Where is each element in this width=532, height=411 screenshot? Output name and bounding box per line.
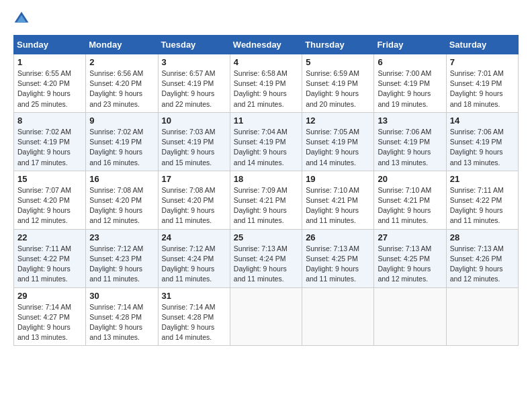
day-number: 21 [450,174,515,184]
day-cell-11: 11Sunrise: 7:04 AMSunset: 4:19 PMDayligh… [230,112,302,171]
day-info: Sunrise: 7:10 AMSunset: 4:21 PMDaylight:… [378,185,442,226]
day-info: Sunrise: 7:13 AMSunset: 4:26 PMDaylight:… [450,244,515,285]
day-info: Sunrise: 7:11 AMSunset: 4:22 PMDaylight:… [450,185,515,226]
day-number: 22 [17,232,82,242]
day-header-thursday: Thursday [302,36,374,54]
day-cell-4: 4Sunrise: 6:58 AMSunset: 4:19 PMDaylight… [230,54,302,113]
day-info: Sunrise: 7:07 AMSunset: 4:20 PMDaylight:… [17,185,82,226]
day-info: Sunrise: 6:56 AMSunset: 4:20 PMDaylight:… [89,68,154,109]
day-cell-1: 1Sunrise: 6:55 AMSunset: 4:20 PMDaylight… [14,54,86,113]
day-cell-9: 9Sunrise: 7:02 AMSunset: 4:19 PMDaylight… [86,112,158,171]
day-number: 28 [450,232,515,242]
day-info: Sunrise: 7:09 AMSunset: 4:21 PMDaylight:… [234,185,298,226]
day-header-friday: Friday [374,36,446,54]
day-number: 5 [306,57,370,67]
day-info: Sunrise: 7:12 AMSunset: 4:24 PMDaylight:… [162,244,226,285]
day-info: Sunrise: 7:00 AMSunset: 4:19 PMDaylight:… [378,68,442,109]
day-number: 31 [162,291,226,301]
day-cell-8: 8Sunrise: 7:02 AMSunset: 4:19 PMDaylight… [14,112,86,171]
day-number: 15 [17,174,82,184]
day-cell-21: 21Sunrise: 7:11 AMSunset: 4:22 PMDayligh… [446,171,518,229]
day-cell-16: 16Sunrise: 7:08 AMSunset: 4:20 PMDayligh… [86,171,158,229]
day-cell-12: 12Sunrise: 7:05 AMSunset: 4:19 PMDayligh… [302,112,374,171]
day-info: Sunrise: 7:08 AMSunset: 4:20 PMDaylight:… [162,185,226,226]
day-header-sunday: Sunday [14,36,86,54]
day-number: 11 [234,116,298,126]
day-number: 1 [17,57,82,67]
day-number: 10 [162,116,226,126]
day-info: Sunrise: 7:14 AMSunset: 4:28 PMDaylight:… [162,302,226,343]
day-number: 4 [234,57,298,67]
day-info: Sunrise: 7:13 AMSunset: 4:25 PMDaylight:… [306,244,370,285]
day-cell-5: 5Sunrise: 6:59 AMSunset: 4:19 PMDaylight… [302,54,374,113]
day-cell-27: 27Sunrise: 7:13 AMSunset: 4:25 PMDayligh… [374,229,446,287]
day-cell-30: 30Sunrise: 7:14 AMSunset: 4:28 PMDayligh… [86,287,158,346]
day-cell-26: 26Sunrise: 7:13 AMSunset: 4:25 PMDayligh… [302,229,374,287]
day-info: Sunrise: 7:06 AMSunset: 4:19 PMDaylight:… [378,127,442,168]
day-cell-20: 20Sunrise: 7:10 AMSunset: 4:21 PMDayligh… [374,171,446,229]
day-cell-14: 14Sunrise: 7:06 AMSunset: 4:19 PMDayligh… [446,112,518,171]
day-number: 2 [89,57,154,67]
day-number: 25 [234,232,298,242]
empty-cell [302,287,374,346]
day-number: 24 [162,232,226,242]
day-cell-24: 24Sunrise: 7:12 AMSunset: 4:24 PMDayligh… [158,229,230,287]
day-info: Sunrise: 6:58 AMSunset: 4:19 PMDaylight:… [234,68,298,109]
day-number: 13 [378,116,442,126]
day-info: Sunrise: 7:02 AMSunset: 4:19 PMDaylight:… [17,127,82,168]
day-cell-29: 29Sunrise: 7:14 AMSunset: 4:27 PMDayligh… [14,287,86,346]
calendar-table: SundayMondayTuesdayWednesdayThursdayFrid… [13,35,519,346]
logo [13,11,32,27]
week-row: 1Sunrise: 6:55 AMSunset: 4:20 PMDaylight… [14,54,519,113]
day-info: Sunrise: 7:13 AMSunset: 4:24 PMDaylight:… [234,244,298,285]
day-number: 3 [162,57,226,67]
logo-icon [13,11,30,27]
day-number: 6 [378,57,442,67]
day-cell-6: 6Sunrise: 7:00 AMSunset: 4:19 PMDaylight… [374,54,446,113]
day-info: Sunrise: 7:06 AMSunset: 4:19 PMDaylight:… [450,127,515,168]
day-info: Sunrise: 7:01 AMSunset: 4:19 PMDaylight:… [450,68,515,109]
day-number: 12 [306,116,370,126]
empty-cell [446,287,518,346]
day-info: Sunrise: 7:14 AMSunset: 4:27 PMDaylight:… [17,302,82,343]
day-info: Sunrise: 7:08 AMSunset: 4:20 PMDaylight:… [89,185,154,226]
week-row: 8Sunrise: 7:02 AMSunset: 4:19 PMDaylight… [14,112,519,171]
day-info: Sunrise: 7:05 AMSunset: 4:19 PMDaylight:… [306,127,370,168]
day-cell-22: 22Sunrise: 7:11 AMSunset: 4:22 PMDayligh… [14,229,86,287]
day-info: Sunrise: 6:55 AMSunset: 4:20 PMDaylight:… [17,68,82,109]
day-cell-13: 13Sunrise: 7:06 AMSunset: 4:19 PMDayligh… [374,112,446,171]
day-number: 17 [162,174,226,184]
day-info: Sunrise: 7:13 AMSunset: 4:25 PMDaylight:… [378,244,442,285]
day-header-monday: Monday [86,36,158,54]
day-number: 18 [234,174,298,184]
day-number: 19 [306,174,370,184]
day-cell-18: 18Sunrise: 7:09 AMSunset: 4:21 PMDayligh… [230,171,302,229]
day-number: 23 [89,232,154,242]
day-cell-10: 10Sunrise: 7:03 AMSunset: 4:19 PMDayligh… [158,112,230,171]
day-number: 9 [89,116,154,126]
day-number: 16 [89,174,154,184]
day-cell-15: 15Sunrise: 7:07 AMSunset: 4:20 PMDayligh… [14,171,86,229]
day-info: Sunrise: 7:02 AMSunset: 4:19 PMDaylight:… [89,127,154,168]
day-number: 8 [17,116,82,126]
day-cell-31: 31Sunrise: 7:14 AMSunset: 4:28 PMDayligh… [158,287,230,346]
day-info: Sunrise: 7:04 AMSunset: 4:19 PMDaylight:… [234,127,298,168]
day-number: 30 [89,291,154,301]
day-header-wednesday: Wednesday [230,36,302,54]
day-number: 26 [306,232,370,242]
day-number: 20 [378,174,442,184]
day-info: Sunrise: 7:12 AMSunset: 4:23 PMDaylight:… [89,244,154,285]
day-number: 7 [450,57,515,67]
day-info: Sunrise: 7:11 AMSunset: 4:22 PMDaylight:… [17,244,82,285]
week-row: 15Sunrise: 7:07 AMSunset: 4:20 PMDayligh… [14,171,519,229]
week-row: 22Sunrise: 7:11 AMSunset: 4:22 PMDayligh… [14,229,519,287]
day-info: Sunrise: 6:59 AMSunset: 4:19 PMDaylight:… [306,68,370,109]
day-cell-19: 19Sunrise: 7:10 AMSunset: 4:21 PMDayligh… [302,171,374,229]
day-number: 29 [17,291,82,301]
day-header-saturday: Saturday [446,36,518,54]
day-cell-7: 7Sunrise: 7:01 AMSunset: 4:19 PMDaylight… [446,54,518,113]
day-number: 14 [450,116,515,126]
header-row: SundayMondayTuesdayWednesdayThursdayFrid… [14,36,519,54]
day-cell-17: 17Sunrise: 7:08 AMSunset: 4:20 PMDayligh… [158,171,230,229]
day-cell-28: 28Sunrise: 7:13 AMSunset: 4:26 PMDayligh… [446,229,518,287]
